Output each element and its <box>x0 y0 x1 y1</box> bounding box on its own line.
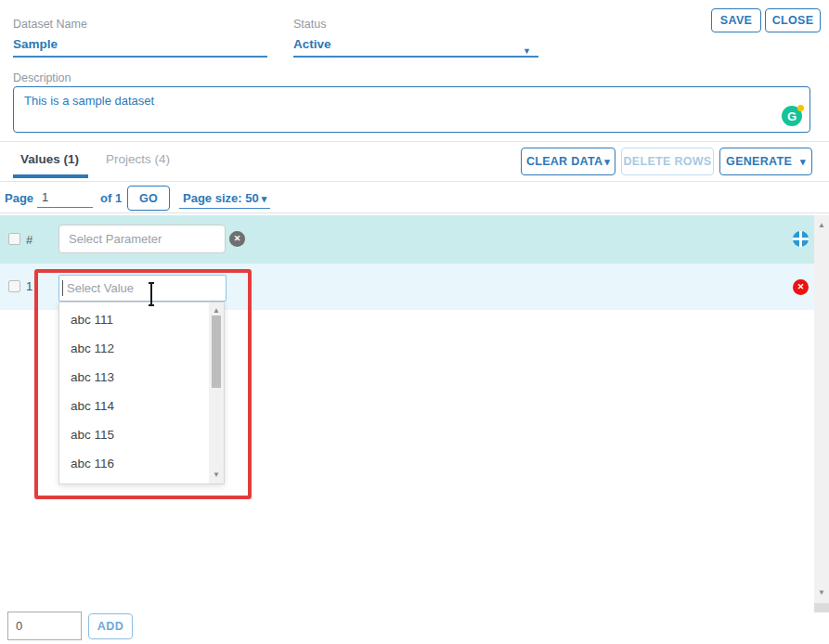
delete-rows-button[interactable]: DELETE ROWS <box>621 148 714 175</box>
grammarly-icon[interactable]: G <box>782 106 802 126</box>
hash-column-label: # <box>26 233 32 247</box>
chevron-down-icon <box>523 43 531 57</box>
page-of-label: of 1 <box>100 191 122 205</box>
divider-tabs <box>0 181 829 182</box>
save-button[interactable]: SAVE <box>711 8 761 32</box>
dropdown-scrollbar-thumb[interactable] <box>212 316 221 388</box>
delete-row-icon[interactable] <box>793 279 809 295</box>
scroll-up-icon[interactable] <box>814 220 829 231</box>
value-select-input[interactable] <box>58 275 227 302</box>
tab-projects[interactable]: Projects (4) <box>106 152 170 166</box>
clear-parameter-icon[interactable] <box>229 231 245 247</box>
rows-count-input[interactable] <box>7 612 82 640</box>
dropdown-option[interactable]: abc 115 <box>59 420 209 449</box>
generate-button[interactable]: GENERATE <box>719 148 812 175</box>
dataset-name-value: Sample <box>13 37 58 51</box>
row-checkbox[interactable] <box>8 280 20 292</box>
description-textarea[interactable]: This is a sample dataset G <box>13 86 810 133</box>
text-caret <box>62 280 63 296</box>
add-button[interactable]: ADD <box>88 613 133 639</box>
row-index: 1 <box>26 279 32 293</box>
text-cursor-icon <box>148 282 155 306</box>
value-dropdown-list: abc 111 abc 112 abc 113 abc 114 abc 115 … <box>58 302 225 484</box>
status-value: Active <box>293 37 331 51</box>
dropdown-scrollbar[interactable] <box>209 303 224 483</box>
chevron-down-icon <box>800 155 806 168</box>
status-select[interactable]: Active <box>293 37 538 58</box>
scroll-down-icon[interactable] <box>814 587 829 599</box>
move-icon[interactable] <box>793 231 809 247</box>
scrollbar-corner <box>814 603 829 612</box>
divider-pagination <box>0 213 829 213</box>
clear-data-button[interactable]: CLEAR DATA <box>521 148 615 175</box>
dataset-editor-page: Dataset Name Sample Status Active SAVE C… <box>0 0 829 644</box>
parameter-select-input[interactable] <box>58 225 226 253</box>
dataset-name-label: Dataset Name <box>13 18 87 31</box>
header-checkbox[interactable] <box>8 233 20 245</box>
tab-values[interactable]: Values (1) <box>20 152 79 166</box>
divider-top <box>0 141 829 142</box>
status-label: Status <box>293 18 326 31</box>
page-input[interactable] <box>37 187 93 208</box>
page-size-label: Page size: 50 <box>183 191 259 205</box>
go-button[interactable]: GO <box>127 186 170 211</box>
generate-label: GENERATE <box>726 155 792 168</box>
page-label: Page <box>5 191 33 205</box>
close-button[interactable]: CLOSE <box>765 8 821 32</box>
grid-header-row: # <box>0 215 814 264</box>
active-tab-underline <box>13 174 88 178</box>
page-size-dropdown[interactable]: Page size: 50 <box>179 187 270 209</box>
dropdown-option[interactable]: abc 112 <box>59 334 209 363</box>
dropdown-option[interactable]: abc 114 <box>59 392 209 420</box>
scroll-down-icon[interactable] <box>209 470 224 481</box>
page-scrollbar[interactable] <box>814 215 829 603</box>
description-label: Description <box>13 71 71 84</box>
dropdown-options: abc 111 abc 112 abc 113 abc 114 abc 115 … <box>59 305 209 478</box>
clear-data-label: CLEAR DATA <box>526 155 602 168</box>
dataset-name-input[interactable]: Sample <box>13 37 267 58</box>
chevron-down-icon <box>604 155 610 168</box>
dropdown-option[interactable]: abc 116 <box>59 449 209 478</box>
dropdown-option[interactable]: abc 113 <box>59 363 209 392</box>
dropdown-option[interactable]: abc 111 <box>59 305 209 334</box>
chevron-down-icon <box>262 191 267 205</box>
description-value: This is a sample dataset <box>24 94 154 108</box>
